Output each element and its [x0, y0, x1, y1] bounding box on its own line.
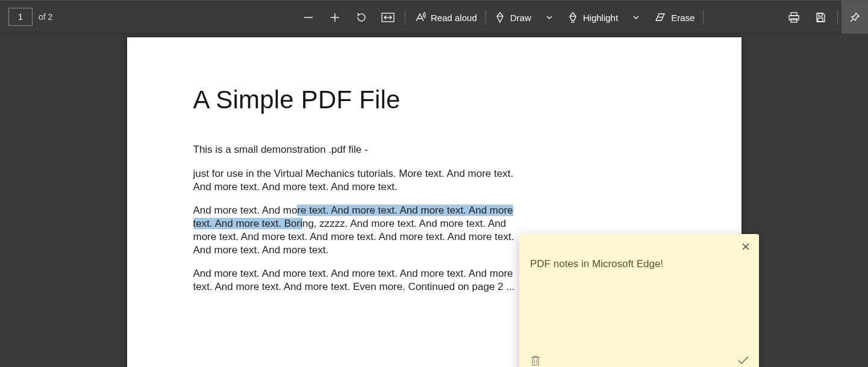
zoom-out-button[interactable] [295, 1, 322, 34]
svg-line-14 [851, 19, 853, 22]
svg-rect-12 [819, 13, 822, 16]
svg-rect-13 [818, 18, 823, 22]
chevron-down-icon [545, 13, 554, 22]
fit-page-button[interactable] [375, 1, 401, 34]
page-number-input[interactable] [8, 8, 33, 26]
printer-icon [788, 11, 800, 23]
separator [486, 10, 486, 25]
plus-icon [329, 12, 340, 23]
zoom-in-button[interactable] [322, 1, 348, 34]
draw-label: Draw [510, 13, 531, 23]
paragraph: just for use in the Virtual Mechanics tu… [193, 167, 519, 194]
separator [405, 10, 405, 25]
rotate-button[interactable] [348, 1, 375, 34]
highlighter-icon [567, 11, 578, 23]
fit-page-icon [381, 13, 395, 22]
close-icon [742, 242, 750, 251]
note-close-button[interactable] [738, 239, 753, 254]
svg-rect-11 [791, 19, 797, 22]
save-icon [815, 12, 826, 23]
minus-icon [303, 12, 314, 23]
note-text[interactable]: PDF notes in Microsoft Edge! [519, 256, 759, 352]
draw-button[interactable]: Draw [490, 1, 536, 34]
text-run: And more text. And mo [193, 205, 298, 216]
note-confirm-button[interactable] [737, 356, 749, 367]
erase-label: Erase [671, 13, 695, 23]
read-aloud-button[interactable]: Read aloud [409, 1, 482, 34]
separator [703, 10, 704, 25]
checkmark-icon [737, 356, 749, 365]
svg-rect-17 [532, 357, 539, 365]
pin-icon [849, 12, 860, 23]
paragraph: This is a small demonstration .pdf file … [193, 143, 519, 156]
rotate-icon [355, 11, 367, 23]
pdf-viewport: A Simple PDF File This is a small demons… [0, 34, 868, 367]
chevron-down-icon [632, 13, 640, 22]
highlight-button[interactable]: Highlight [563, 1, 623, 34]
note-header [519, 234, 759, 256]
note-footer [519, 352, 759, 367]
svg-rect-9 [791, 13, 797, 16]
highlight-dropdown[interactable] [623, 1, 649, 34]
read-aloud-label: Read aloud [431, 13, 477, 23]
print-button[interactable] [781, 1, 807, 34]
pdf-note-popup[interactable]: PDF notes in Microsoft Edge! [519, 234, 759, 367]
draw-dropdown[interactable] [536, 1, 563, 34]
save-button[interactable] [807, 1, 834, 34]
pen-icon [495, 11, 505, 23]
trash-icon [530, 354, 541, 366]
highlight-label: Highlight [583, 13, 618, 23]
pdf-toolbar: of 2 Read aloud Draw Highlight [0, 0, 868, 34]
document-title: A Simple PDF File [193, 85, 681, 114]
separator [837, 10, 838, 25]
paragraph: And more text. And more text. And more t… [193, 267, 519, 294]
paragraph: And more text. And more text. And more t… [193, 204, 519, 256]
eraser-icon [654, 12, 666, 23]
pin-toolbar-button[interactable] [841, 1, 868, 34]
page-indicator: of 2 [0, 8, 52, 26]
read-aloud-icon [414, 11, 426, 23]
erase-button[interactable]: Erase [649, 1, 699, 34]
page-total-label: of 2 [39, 12, 52, 22]
note-delete-button[interactable] [530, 354, 541, 367]
